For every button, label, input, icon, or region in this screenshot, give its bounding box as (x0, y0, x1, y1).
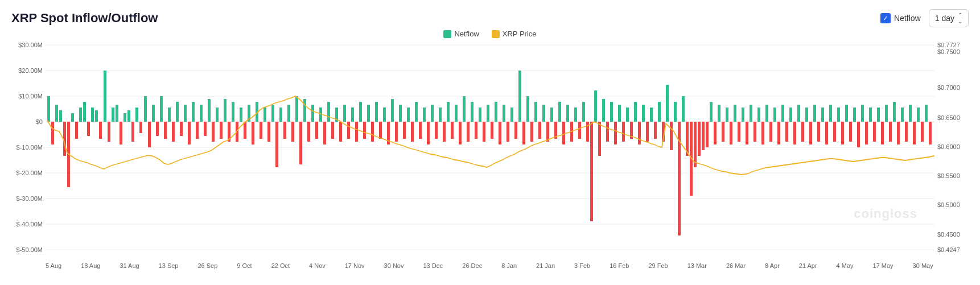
watermark: coingloss (854, 206, 917, 221)
svg-rect-43 (108, 122, 110, 142)
svg-rect-142 (503, 105, 505, 122)
x-label-14: 3 Feb (574, 262, 590, 269)
svg-rect-102 (343, 105, 346, 122)
svg-text:$-50.00M: $-50.00M (17, 246, 43, 253)
header-row: XRP Spot Inflow/Outflow ✓ Netflow 1 day … (11, 9, 969, 27)
x-label-13: 21 Jan (536, 262, 555, 269)
svg-rect-103 (347, 122, 350, 139)
svg-rect-190 (694, 122, 697, 167)
svg-rect-116 (399, 105, 402, 122)
svg-text:$-10.00M: $-10.00M (17, 144, 43, 151)
svg-rect-162 (582, 102, 585, 122)
svg-rect-121 (419, 122, 422, 139)
x-label-8: 17 Nov (345, 262, 365, 269)
x-label-15: 16 Feb (610, 262, 629, 269)
svg-rect-235 (873, 122, 876, 142)
svg-rect-37 (83, 102, 86, 122)
svg-rect-212 (781, 105, 784, 122)
chart-svg: $30.00M $20.00M $10.00M $0 $-10.00M $-20… (11, 39, 969, 261)
svg-rect-58 (168, 108, 171, 122)
svg-rect-31 (59, 110, 62, 122)
svg-rect-81 (260, 122, 262, 139)
svg-rect-138 (487, 105, 489, 122)
svg-rect-140 (495, 102, 497, 122)
svg-rect-157 (562, 122, 565, 144)
netflow-toggle[interactable]: ✓ Netflow (880, 13, 921, 23)
svg-rect-125 (435, 122, 438, 139)
netflow-toggle-label: Netflow (894, 14, 921, 23)
svg-rect-118 (407, 108, 410, 122)
svg-rect-222 (821, 108, 824, 122)
svg-rect-120 (415, 102, 418, 122)
svg-rect-146 (518, 71, 521, 122)
svg-rect-158 (566, 105, 569, 122)
netflow-checkbox[interactable]: ✓ (880, 13, 891, 23)
svg-rect-151 (538, 122, 541, 139)
svg-rect-129 (451, 122, 454, 139)
svg-rect-107 (363, 122, 366, 139)
svg-rect-114 (391, 99, 394, 122)
svg-rect-154 (550, 108, 553, 122)
svg-rect-209 (769, 122, 772, 142)
svg-rect-111 (379, 122, 382, 139)
svg-rect-119 (411, 122, 414, 142)
svg-text:$-30.00M: $-30.00M (17, 195, 43, 202)
svg-rect-83 (267, 122, 270, 142)
svg-rect-126 (439, 108, 442, 122)
svg-rect-145 (514, 122, 517, 139)
svg-rect-149 (530, 122, 533, 142)
chart-title: XRP Spot Inflow/Outflow (11, 11, 158, 26)
svg-rect-39 (91, 108, 94, 122)
svg-rect-248 (925, 105, 928, 122)
svg-rect-153 (546, 122, 549, 142)
svg-rect-48 (127, 110, 130, 122)
x-label-2: 31 Aug (120, 262, 139, 269)
svg-rect-236 (877, 108, 880, 122)
x-label-7: 4 Nov (309, 262, 326, 269)
svg-rect-243 (905, 122, 908, 142)
x-label-0: 5 Aug (46, 262, 61, 269)
svg-rect-106 (359, 102, 362, 122)
svg-rect-59 (172, 122, 175, 142)
svg-rect-227 (841, 122, 844, 144)
timeframe-selector[interactable]: 1 day ⌃⌄ (929, 9, 969, 27)
svg-rect-144 (510, 108, 513, 122)
svg-rect-115 (395, 122, 398, 142)
svg-rect-77 (244, 122, 246, 139)
svg-rect-213 (785, 122, 788, 142)
svg-rect-34 (71, 113, 74, 122)
svg-rect-152 (542, 105, 545, 122)
svg-rect-198 (726, 108, 728, 122)
svg-rect-112 (383, 108, 386, 122)
svg-rect-224 (829, 105, 832, 122)
svg-rect-74 (232, 102, 234, 122)
x-label-9: 30 Nov (384, 262, 404, 269)
svg-rect-97 (323, 122, 326, 144)
svg-rect-92 (303, 99, 306, 122)
svg-rect-221 (817, 122, 820, 142)
svg-rect-148 (526, 96, 529, 122)
bars-group (47, 71, 934, 236)
svg-rect-141 (499, 122, 501, 144)
svg-rect-56 (160, 96, 163, 122)
svg-rect-46 (120, 122, 122, 144)
svg-rect-217 (801, 122, 804, 142)
svg-rect-64 (192, 102, 195, 122)
svg-rect-95 (315, 122, 318, 139)
svg-text:$-40.00M: $-40.00M (17, 221, 43, 228)
svg-rect-122 (423, 108, 426, 122)
x-label-17: 13 Mar (687, 262, 707, 269)
svg-rect-210 (773, 108, 776, 122)
svg-rect-228 (845, 105, 848, 122)
svg-text:$0.4500: $0.4500 (937, 231, 960, 238)
svg-rect-160 (574, 108, 577, 122)
svg-rect-127 (443, 122, 446, 142)
svg-rect-181 (658, 102, 661, 122)
x-label-11: 26 Dec (462, 262, 482, 269)
svg-text:$0.6000: $0.6000 (937, 143, 960, 150)
svg-rect-87 (283, 122, 286, 139)
chart-area: $30.00M $20.00M $10.00M $0 $-10.00M $-20… (11, 39, 969, 261)
svg-rect-208 (765, 105, 768, 122)
svg-rect-173 (626, 108, 629, 122)
svg-rect-180 (654, 122, 657, 139)
